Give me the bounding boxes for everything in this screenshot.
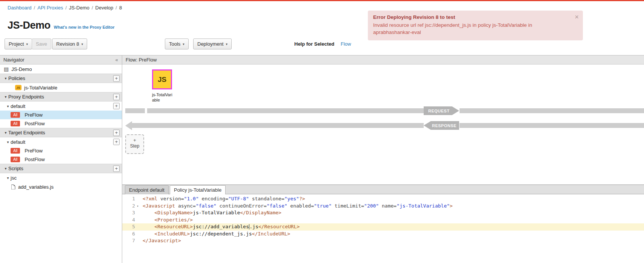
code-line: 2▾<Javascript async="false" continueOnEr… [122, 203, 644, 210]
breadcrumb-separator: / [92, 5, 93, 11]
tab-label: Endpoint default [129, 187, 164, 193]
deployment-button[interactable]: Deployment ▾ [193, 38, 232, 49]
section-label: Target Endpoints [8, 130, 45, 135]
plus-icon: + [126, 137, 143, 143]
tab-policy-js-totalvariable[interactable]: Policy js-TotalVariable [170, 185, 226, 194]
request-label-text: REQUEST [428, 109, 450, 113]
nav-item-proxy-root[interactable]: ▤ JS-Demo [0, 65, 122, 74]
line-number: 2 [122, 203, 135, 210]
nav-item-target-default[interactable]: ▾ default + [0, 137, 122, 146]
add-step-button[interactable]: + Step [125, 134, 144, 154]
code-text: <DisplayName>js-TotalVariable</DisplayNa… [140, 209, 281, 217]
add-target-flow-button[interactable]: + [113, 139, 120, 145]
breadcrumb-revision: 8 [119, 5, 122, 11]
add-policy-button[interactable]: + [113, 75, 120, 82]
revision-button-label: Revision 8 [56, 41, 79, 47]
tab-endpoint-default[interactable]: Endpoint default [125, 185, 169, 194]
line-number: 3 [122, 209, 135, 217]
chevron-down-icon: ▾ [5, 176, 11, 180]
response-track-tail [460, 123, 644, 128]
nav-item-add-variables-js[interactable]: add_variables.js [0, 182, 122, 191]
chevron-down-icon: ▾ [226, 42, 227, 46]
nav-item-proxy-default[interactable]: ▾ default + [0, 102, 122, 111]
section-label: Proxy Endpoints [8, 94, 44, 100]
nav-item-jsc-folder[interactable]: ▾ jsc [0, 173, 122, 182]
editor-tabbar: Endpoint default Policy js-TotalVariable [122, 185, 644, 194]
code-line: 5 <ResourceURL>jsc://add_variables.js</R… [122, 223, 644, 231]
javascript-policy-icon: JS [158, 75, 166, 84]
fold-gutter [135, 223, 140, 231]
code-text: <Properties/> [140, 217, 193, 224]
code-line: 3 <DisplayName>js-TotalVariable</Display… [122, 209, 644, 217]
main-area: Navigator « ▤ JS-Demo ▾ Policies + JS js… [0, 55, 644, 263]
breadcrumb-separator: / [65, 5, 67, 11]
section-scripts[interactable]: ▾ Scripts + [0, 164, 122, 173]
whats-new-link[interactable]: What's new in the Proxy Editor [54, 25, 115, 29]
save-button[interactable]: Save [32, 38, 51, 49]
collapse-sidebar-icon[interactable]: « [115, 55, 118, 64]
chevron-down-icon: ▾ [3, 95, 8, 99]
deployment-button-label: Deployment [197, 41, 223, 47]
code-editor-panel: Endpoint default Policy js-TotalVariable… [122, 185, 644, 263]
all-conditions-badge: All [11, 121, 20, 126]
add-script-button[interactable]: + [113, 165, 120, 172]
chevron-down-icon: ▾ [26, 42, 28, 46]
chevron-down-icon: ▾ [183, 42, 184, 46]
add-target-endpoint-button[interactable]: + [113, 129, 120, 136]
nav-item-label: PostFlow [25, 157, 45, 162]
policy-node-label: js-TotalVariable [152, 92, 174, 103]
line-number: 5 [122, 223, 135, 231]
nav-item-proxy-preflow[interactable]: All PreFlow [0, 111, 122, 119]
add-proxy-flow-button[interactable]: + [113, 103, 120, 109]
nav-item-proxy-postflow[interactable]: All PostFlow [0, 119, 122, 128]
section-policies[interactable]: ▾ Policies + [0, 74, 122, 83]
help-for-selected-label: Help for Selected [294, 38, 334, 49]
request-track [147, 108, 424, 113]
chevron-down-icon: ▾ [3, 166, 8, 171]
navigator-header: Navigator « [0, 55, 122, 65]
tools-button-label: Tools [169, 41, 180, 47]
flow-header: Flow: PreFlow [122, 55, 644, 65]
add-proxy-endpoint-button[interactable]: + [113, 94, 120, 100]
breadcrumb-separator: / [115, 5, 117, 11]
line-number: 1 [122, 195, 135, 203]
fold-arrow-icon[interactable]: ▾ [135, 203, 140, 210]
all-conditions-badge: All [11, 112, 20, 118]
request-track-stub [125, 108, 145, 113]
error-banner: Error Deploying Revision 8 to test Inval… [368, 11, 583, 40]
project-button-label: Project [9, 41, 24, 47]
flow-help-link[interactable]: Flow [341, 38, 351, 49]
nav-item-target-postflow[interactable]: All PostFlow [0, 155, 122, 164]
code-text: <Javascript async="false" continueOnErro… [140, 203, 453, 210]
code-text: </Javascript> [140, 237, 181, 245]
flow-canvas: JS js-TotalVariable REQUEST RESPONSE + S… [122, 65, 644, 185]
section-target-endpoints[interactable]: ▾ Target Endpoints + [0, 128, 122, 137]
breadcrumb-api-proxies[interactable]: API Proxies [37, 5, 63, 11]
page-title: JS-Demo [8, 20, 51, 31]
tools-button[interactable]: Tools ▾ [165, 38, 189, 49]
all-conditions-badge: All [11, 148, 20, 154]
code-area[interactable]: 1<?xml version="1.0" encoding="UTF-8" st… [122, 194, 644, 263]
code-line: 4 <Properties/> [122, 217, 644, 224]
error-banner-message: Invalid resource url ref jsc://dependent… [373, 22, 564, 36]
nav-item-policy-js-totalvariable[interactable]: JS js-TotalVariable [0, 83, 122, 92]
breadcrumb-dashboard[interactable]: Dashboard [8, 5, 32, 11]
chevron-down-icon: ▾ [3, 76, 8, 80]
nav-item-label: JS-Demo [11, 66, 32, 72]
close-icon[interactable]: × [575, 14, 579, 20]
nav-item-label: PostFlow [25, 121, 45, 126]
project-button[interactable]: Project ▾ [5, 38, 32, 49]
all-conditions-badge: All [11, 157, 20, 162]
nav-item-label: PreFlow [25, 112, 43, 118]
section-proxy-endpoints[interactable]: ▾ Proxy Endpoints + [0, 92, 122, 102]
code-text: <IncludeURL>jsc://dependent_js.js</Inclu… [140, 231, 290, 238]
chevron-down-icon: ▾ [5, 140, 11, 144]
navigator-panel: Navigator « ▤ JS-Demo ▾ Policies + JS js… [0, 55, 122, 263]
policy-node-js-totalvariable[interactable]: JS [152, 69, 172, 89]
revision-button[interactable]: Revision 8 ▾ [52, 38, 87, 49]
nav-item-target-preflow[interactable]: All PreFlow [0, 146, 122, 155]
chevron-down-icon: ▾ [3, 131, 8, 135]
code-line: 1<?xml version="1.0" encoding="UTF-8" st… [122, 195, 644, 203]
nav-item-label: jsc [11, 175, 17, 181]
flow-editor-panel: Flow: PreFlow JS js-TotalVariable REQUES… [122, 55, 644, 263]
